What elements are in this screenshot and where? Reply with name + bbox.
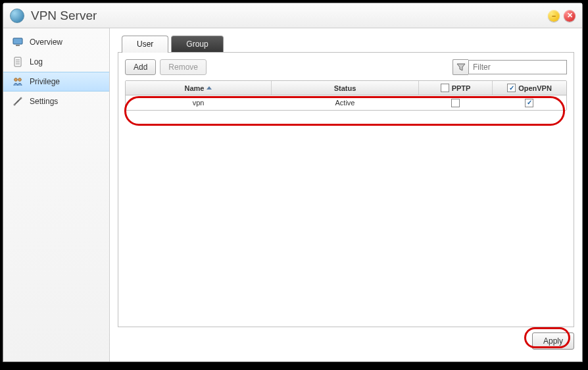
- app-window: VPN Server – ✕ Overview Log Privil: [3, 3, 583, 362]
- sidebar-item-label: Privilege: [30, 77, 60, 86]
- filter-icon[interactable]: [453, 59, 468, 75]
- tab-user[interactable]: User: [122, 36, 168, 53]
- col-label: PPTP: [452, 84, 471, 92]
- col-label: OpenVPN: [518, 84, 552, 92]
- table-row[interactable]: vpn Active: [126, 95, 566, 110]
- toolbar: Add Remove: [125, 59, 567, 75]
- remove-button[interactable]: Remove: [160, 59, 207, 75]
- svg-point-9: [20, 97, 22, 99]
- table-header: Name Status PPTP OpenVPN: [126, 81, 566, 95]
- user-table: Name Status PPTP OpenVPN: [125, 80, 567, 111]
- row-pptp-checkbox[interactable]: [451, 99, 460, 107]
- sidebar: Overview Log Privilege Settings: [3, 28, 110, 361]
- col-label: Name: [185, 84, 205, 92]
- svg-point-6: [14, 78, 18, 82]
- sidebar-item-log[interactable]: Log: [3, 52, 109, 72]
- users-icon: [12, 76, 23, 87]
- sidebar-item-label: Settings: [30, 97, 58, 106]
- sort-asc-icon: [207, 86, 212, 90]
- row-openvpn-checkbox[interactable]: [525, 99, 533, 107]
- tab-strip: User Group: [118, 35, 574, 52]
- tools-icon: [12, 96, 23, 107]
- close-button[interactable]: ✕: [564, 10, 576, 22]
- document-icon: [12, 57, 23, 67]
- filter-input[interactable]: [468, 60, 567, 74]
- pptp-header-checkbox[interactable]: [441, 84, 449, 92]
- user-panel: Add Remove Name: [118, 52, 574, 327]
- cell-openvpn: [493, 99, 566, 107]
- svg-point-7: [18, 78, 22, 82]
- footer: Apply: [118, 327, 574, 350]
- window-title: VPN Server: [31, 9, 544, 23]
- content-area: User Group Add Remove: [110, 28, 582, 361]
- monitor-icon: [12, 37, 23, 47]
- svg-point-8: [14, 104, 16, 106]
- titlebar[interactable]: VPN Server – ✕: [3, 3, 582, 28]
- col-label: Status: [334, 84, 356, 92]
- add-button[interactable]: Add: [125, 59, 156, 75]
- svg-rect-0: [13, 38, 22, 44]
- sidebar-item-overview[interactable]: Overview: [3, 32, 109, 52]
- sidebar-item-label: Overview: [30, 38, 62, 47]
- minimize-button[interactable]: –: [548, 10, 560, 22]
- col-name[interactable]: Name: [126, 81, 272, 95]
- sidebar-item-settings[interactable]: Settings: [3, 92, 109, 111]
- col-pptp[interactable]: PPTP: [419, 81, 493, 95]
- col-status[interactable]: Status: [272, 81, 419, 95]
- filter-control: [453, 59, 567, 75]
- cell-name: vpn: [126, 99, 272, 107]
- tab-group[interactable]: Group: [171, 36, 223, 53]
- apply-button[interactable]: Apply: [532, 332, 574, 350]
- col-openvpn[interactable]: OpenVPN: [493, 81, 566, 95]
- cell-pptp: [419, 99, 493, 107]
- sidebar-item-privilege[interactable]: Privilege: [3, 72, 109, 92]
- openvpn-header-checkbox[interactable]: [507, 84, 516, 92]
- svg-rect-1: [16, 45, 20, 46]
- sidebar-item-label: Log: [30, 57, 43, 66]
- app-icon: [10, 9, 24, 23]
- cell-status: Active: [272, 99, 419, 107]
